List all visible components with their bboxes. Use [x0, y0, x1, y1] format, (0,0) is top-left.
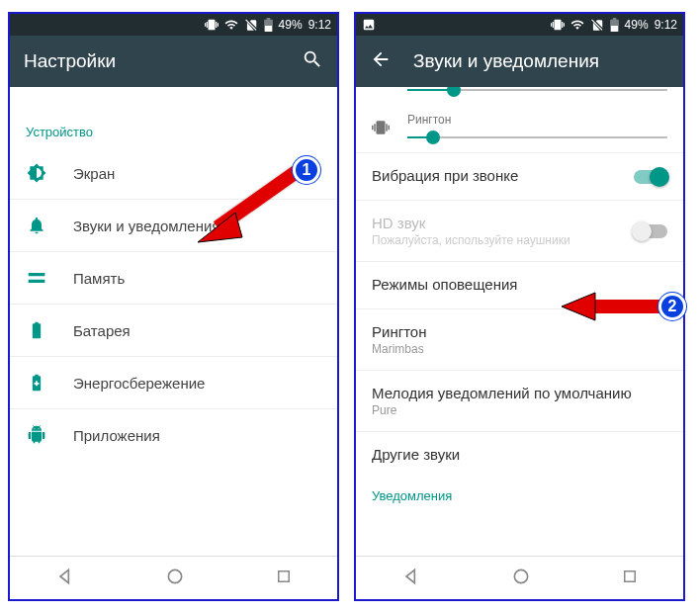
ringtone-volume-row[interactable]: Рингтон — [356, 105, 683, 152]
search-icon[interactable] — [302, 48, 323, 74]
battery-icon — [264, 18, 273, 32]
battery-text: 49% — [279, 18, 303, 32]
setting-label: Мелодия уведомлений по умолчанию — [372, 385, 667, 401]
wifi-icon — [570, 18, 584, 32]
other-sounds[interactable]: Другие звуки — [356, 431, 683, 479]
setting-value: Pure — [372, 403, 667, 417]
hd-toggle — [634, 224, 667, 238]
section-device: Устройство — [10, 111, 337, 147]
default-notification-sound[interactable]: Мелодия уведомлений по умолчанию Pure — [356, 370, 683, 431]
no-sim-icon — [590, 18, 604, 32]
image-icon — [362, 18, 376, 32]
setting-label: Вибрация при звонке — [372, 167, 622, 184]
nav-bar — [356, 556, 683, 599]
time-text: 9:12 — [655, 18, 677, 32]
status-bar: 49% 9:12 — [356, 14, 683, 36]
item-apps[interactable]: Приложения — [10, 409, 337, 461]
nav-back[interactable] — [55, 567, 75, 590]
app-bar: Звуки и уведомления — [356, 36, 683, 87]
page-title: Звуки и уведомления — [413, 50, 669, 72]
item-label: Память — [73, 270, 125, 287]
setting-value: Marimbas — [372, 342, 667, 356]
back-button[interactable] — [370, 48, 392, 74]
vibrate-toggle[interactable] — [634, 170, 667, 184]
battery-full-icon — [26, 320, 47, 340]
nav-home[interactable] — [165, 567, 185, 590]
svg-marker-4 — [198, 213, 242, 242]
wifi-icon — [224, 18, 238, 32]
status-bar: 49% 9:12 — [10, 14, 337, 36]
nav-back[interactable] — [401, 567, 421, 590]
display-icon — [26, 163, 47, 183]
ringtone-slider-label: Рингтон — [407, 113, 667, 127]
hd-sound: HD звук Пожалуйста, используйте наушники — [356, 200, 683, 261]
section-notifications: Уведомления — [356, 479, 683, 511]
page-title: Настройки — [24, 50, 280, 72]
item-label: Приложения — [73, 427, 160, 444]
setting-label: HD звук — [372, 215, 622, 231]
item-storage[interactable]: Память — [10, 252, 337, 305]
svg-point-2 — [514, 569, 527, 582]
app-bar: Настройки — [10, 36, 337, 87]
battery-saver-icon — [26, 373, 47, 393]
storage-icon — [26, 268, 47, 288]
battery-icon — [610, 18, 619, 32]
android-icon — [26, 425, 47, 445]
item-battery[interactable]: Батарея — [10, 305, 337, 357]
nav-recent[interactable] — [621, 568, 639, 589]
vibrate-icon — [551, 18, 565, 32]
bell-icon — [26, 216, 47, 235]
battery-text: 49% — [625, 18, 649, 32]
annotation-badge-2: 2 — [658, 293, 686, 320]
svg-rect-1 — [278, 570, 289, 581]
media-slider[interactable] — [407, 89, 667, 91]
vibrate-icon — [205, 18, 219, 32]
svg-point-0 — [168, 569, 181, 582]
vibrate-on-call[interactable]: Вибрация при звонке — [356, 152, 683, 200]
nav-recent[interactable] — [275, 568, 293, 589]
annotation-arrow-2 — [554, 287, 672, 326]
nav-home[interactable] — [511, 567, 531, 590]
nav-bar — [10, 556, 337, 599]
svg-marker-5 — [562, 293, 595, 320]
vibrate-volume-icon — [372, 119, 392, 136]
item-label: Экран — [73, 165, 115, 182]
ringtone-slider[interactable] — [407, 136, 667, 138]
phone-settings: 49% 9:12 Настройки Устройство Экран Звук… — [8, 12, 339, 601]
item-label: Батарея — [73, 322, 131, 339]
no-sim-icon — [244, 18, 258, 32]
svg-rect-3 — [624, 570, 635, 581]
annotation-badge-1: 1 — [293, 156, 320, 184]
setting-label: Другие звуки — [372, 446, 667, 463]
media-volume-row[interactable] — [356, 87, 683, 105]
item-power-saving[interactable]: Энергосбережение — [10, 357, 337, 409]
setting-sub: Пожалуйста, используйте наушники — [372, 233, 622, 247]
item-label: Энергосбережение — [73, 375, 205, 392]
time-text: 9:12 — [308, 18, 331, 32]
